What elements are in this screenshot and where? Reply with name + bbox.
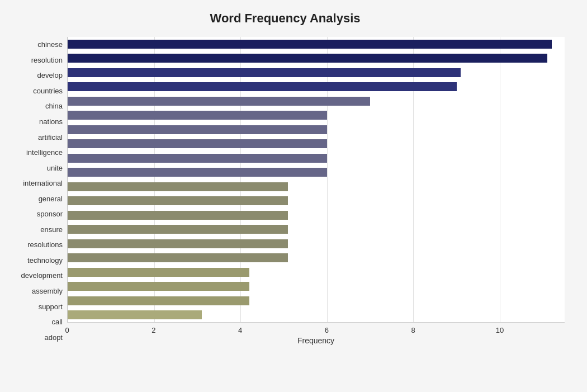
bar — [68, 154, 327, 163]
bar-row — [68, 95, 565, 108]
bar — [68, 310, 202, 319]
bar-row — [68, 80, 565, 93]
bar — [68, 196, 288, 205]
y-label: international — [6, 180, 63, 187]
y-label: call — [6, 318, 63, 325]
y-label: nations — [6, 118, 63, 125]
y-label: assembly — [6, 287, 63, 295]
chart-title: Word Frequency Analysis — [6, 11, 565, 26]
y-label: intelligence — [6, 149, 63, 156]
y-label: develop — [6, 72, 63, 79]
bar-row — [68, 180, 565, 193]
y-label: development — [6, 272, 63, 279]
bar-row — [68, 123, 565, 136]
bar-row — [68, 308, 565, 322]
bar-row — [68, 66, 565, 79]
bar — [68, 68, 461, 77]
bar-row — [68, 251, 565, 265]
bar — [68, 282, 249, 291]
y-label: unite — [6, 164, 63, 172]
bar — [68, 253, 288, 262]
y-label: chinese — [6, 41, 63, 48]
y-label: artificial — [6, 134, 63, 141]
y-label: ensure — [6, 226, 63, 233]
bar-row — [68, 51, 565, 65]
bar — [68, 182, 288, 191]
chart-container: Word Frequency Analysis chineseresolutio… — [0, 0, 587, 392]
bar-row — [68, 280, 565, 293]
bar-row — [68, 137, 565, 150]
bar — [68, 239, 288, 248]
x-tick: 8 — [411, 326, 415, 334]
bar-row — [68, 152, 565, 165]
bar — [68, 54, 547, 63]
chart-area: chineseresolutiondevelopcountrieschinana… — [6, 37, 565, 345]
bars-section — [67, 37, 565, 323]
x-tick: 0 — [65, 326, 69, 334]
plot-area: 0246810 Frequency — [67, 37, 565, 345]
bar — [68, 296, 249, 305]
x-tick: 2 — [152, 326, 155, 334]
bar — [68, 125, 327, 134]
bar — [68, 97, 370, 106]
x-tick: 6 — [325, 326, 329, 334]
y-label: adopt — [6, 334, 63, 341]
x-tick: 10 — [496, 326, 504, 334]
y-label: sponsor — [6, 210, 63, 218]
bar — [68, 40, 552, 49]
bar-row — [68, 194, 565, 207]
y-label: countries — [6, 87, 63, 95]
bar — [68, 139, 327, 148]
bar-row — [68, 108, 565, 122]
bar — [68, 168, 327, 177]
y-axis-labels: chineseresolutiondevelopcountrieschinana… — [6, 37, 67, 345]
bar-row — [68, 223, 565, 236]
bar — [68, 211, 288, 220]
bar-row — [68, 237, 565, 251]
y-label: technology — [6, 257, 63, 264]
x-axis-label: Frequency — [67, 336, 565, 345]
bar-row — [68, 37, 565, 51]
bar — [68, 82, 457, 91]
x-axis: 0246810 — [67, 323, 565, 334]
y-label: resolution — [6, 56, 63, 64]
bar-row — [68, 209, 565, 222]
y-label: support — [6, 303, 63, 310]
bar — [68, 111, 327, 120]
y-label: china — [6, 102, 63, 110]
y-label: general — [6, 195, 63, 202]
bar — [68, 268, 249, 277]
bar-row — [68, 294, 565, 308]
y-label: resolutions — [6, 241, 63, 248]
bar-row — [68, 166, 565, 179]
bar-row — [68, 266, 565, 279]
bar — [68, 225, 288, 234]
x-tick: 4 — [238, 326, 242, 334]
